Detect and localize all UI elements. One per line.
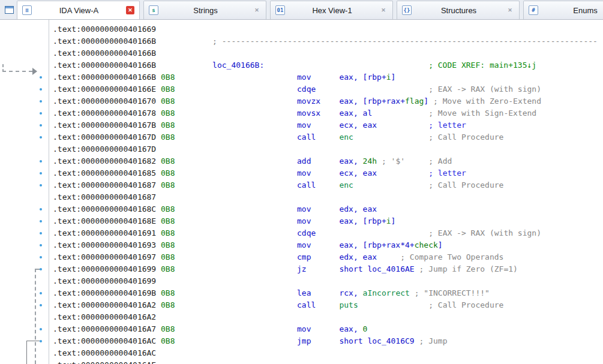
code-segment: aIncorrect <box>363 288 410 297</box>
disasm-line[interactable]: .text:0000000000401687 0B8 call enc ; Ca… <box>53 179 603 191</box>
disasm-line[interactable]: .text:0000000000401687 <box>53 191 603 203</box>
disasm-line[interactable]: .text:000000000040168C 0B8 mov edx, eax <box>53 203 603 215</box>
code-segment <box>410 288 415 297</box>
code-segment: 0B8 <box>161 121 175 130</box>
disasm-line[interactable]: .text:000000000040167D <box>53 143 603 155</box>
jump-arrow-gutter <box>0 20 49 364</box>
instruction-dot <box>40 76 42 79</box>
code-segment: call <box>297 300 316 309</box>
code-segment: .text:00000000004016AE <box>53 360 156 364</box>
code-segment <box>377 121 428 130</box>
code-segment: 0B8 <box>161 157 175 166</box>
code-segment: ; letter <box>428 121 466 130</box>
disasm-line[interactable]: .text:00000000004016AE ; ---------------… <box>53 359 603 364</box>
code-segment: 0B8 <box>161 240 175 249</box>
code-segment: ; Move with Zero-Extend <box>433 97 541 106</box>
code-segment <box>311 336 339 345</box>
instruction-dot <box>40 268 42 270</box>
disasm-line[interactable]: .text:000000000040166B loc_40166B: ; COD… <box>53 59 603 71</box>
tab-enums[interactable]: #Enums✕ <box>523 1 603 19</box>
disasm-line[interactable]: .text:00000000004016AC <box>53 347 603 359</box>
code-segment: .text:000000000040168E <box>53 216 156 225</box>
close-tab-icon[interactable]: ✕ <box>379 6 388 14</box>
code-segment <box>372 109 428 118</box>
code-segment: .text:000000000040168C <box>53 204 156 213</box>
code-segment: .text:0000000000401693 <box>53 240 156 249</box>
tab-label: Enums <box>542 6 603 15</box>
disasm-line[interactable]: .text:000000000040167D 0B8 call enc ; Ca… <box>53 131 603 143</box>
code-segment: add <box>297 157 311 166</box>
disasm-line[interactable]: .text:0000000000401678 0B8 movsx eax, al… <box>53 107 603 119</box>
disasm-line[interactable]: .text:0000000000401691 0B8 cdqe ; EAX ->… <box>53 227 603 239</box>
jmp-jump-arrow <box>26 341 27 364</box>
disasm-line[interactable]: .text:000000000040166B <box>53 47 603 59</box>
instruction-dot <box>40 328 42 330</box>
disasm-line[interactable]: .text:0000000000401697 0B8 cmp edx, eax … <box>53 251 603 263</box>
disassembly-listing[interactable]: .text:0000000000401669.text:000000000040… <box>49 20 603 364</box>
code-segment <box>175 252 298 261</box>
tab-ida-view-a[interactable]: ≡IDA View-A✕ <box>17 1 140 19</box>
code-segment: ; Move with Sign-Extend <box>428 109 536 118</box>
tab-structures[interactable]: {}Structures✕ <box>397 1 520 19</box>
code-segment <box>175 169 298 178</box>
disasm-line[interactable]: .text:000000000040166E 0B8 cdqe ; EAX ->… <box>53 83 603 95</box>
disasm-line[interactable]: .text:0000000000401669 <box>53 23 603 35</box>
tab-label: Strings <box>162 6 249 15</box>
disasm-line[interactable]: .text:000000000040167B 0B8 mov ecx, eax … <box>53 119 603 131</box>
mini-window-icon <box>5 6 14 14</box>
code-segment: ecx, eax <box>339 121 377 130</box>
disasm-line[interactable]: .text:0000000000401670 0B8 movzx eax, [r… <box>53 95 603 107</box>
disasm-line[interactable]: .text:000000000040169B 0B8 lea rcx, aInc… <box>53 287 603 299</box>
code-segment <box>377 252 400 261</box>
code-segment: ; Add <box>428 157 452 166</box>
code-segment: .text:0000000000401687 <box>53 192 156 201</box>
code-segment <box>311 169 339 178</box>
code-segment: cmp <box>297 252 311 261</box>
code-segment: mov <box>297 240 311 249</box>
code-segment: cdqe <box>297 85 316 94</box>
code-segment <box>316 85 428 94</box>
code-segment: mov <box>297 121 311 130</box>
tab-hex-view-1[interactable]: 01Hex View-1✕ <box>270 1 393 19</box>
disasm-line[interactable]: .text:00000000004016A2 <box>53 311 603 323</box>
code-segment <box>156 252 161 261</box>
disasm-line[interactable]: .text:000000000040168E 0B8 mov eax, [rbp… <box>53 215 603 227</box>
disasm-line[interactable]: .text:0000000000401682 0B8 add eax, 24h … <box>53 155 603 167</box>
disasm-line[interactable]: .text:00000000004016AC 0B8 jmp short loc… <box>53 335 603 347</box>
code-segment: ; Call Procedure <box>428 300 503 309</box>
code-segment: ; Compare Two Operands <box>400 252 503 261</box>
hex-icon: 01 <box>275 5 285 15</box>
disasm-line[interactable]: .text:0000000000401685 0B8 mov ecx, eax … <box>53 167 603 179</box>
close-tab-icon[interactable]: ✕ <box>126 6 134 14</box>
disasm-line[interactable]: .text:0000000000401693 0B8 mov eax, [rbp… <box>53 239 603 251</box>
instruction-dot <box>40 88 42 91</box>
code-segment: eax, [rbp+ <box>339 216 386 225</box>
code-segment <box>175 109 298 118</box>
instruction-dot <box>40 220 42 222</box>
code-segment: eax, [rbp+rax+ <box>339 97 405 106</box>
disasm-line[interactable]: .text:0000000000401699 <box>53 275 603 287</box>
code-segment: .text:0000000000401682 <box>53 157 156 166</box>
code-segment: jmp <box>297 336 311 345</box>
code-segment <box>316 133 339 142</box>
code-segment <box>311 73 339 82</box>
disasm-line[interactable]: .text:00000000004016A2 0B8 call puts ; C… <box>53 299 603 311</box>
code-segment: enc <box>339 133 353 142</box>
disasm-line[interactable]: .text:000000000040166B ; ---------------… <box>53 35 603 47</box>
code-segment: ; letter <box>428 169 466 178</box>
code-segment: movzx <box>297 97 320 106</box>
instruction-dot <box>40 292 42 294</box>
disasm-line[interactable]: .text:000000000040166B 0B8 mov eax, [rbp… <box>53 71 603 83</box>
disasm-line[interactable]: .text:00000000004016A7 0B8 mov eax, 0 <box>53 323 603 335</box>
disasm-line[interactable]: .text:0000000000401699 0B8 jz short loc_… <box>53 263 603 275</box>
ida-window: ≡IDA View-A✕sStrings✕01Hex View-1✕{}Stru… <box>0 0 603 364</box>
code-segment: .text:00000000004016AC <box>53 348 156 357</box>
code-segment <box>353 133 428 142</box>
close-tab-icon[interactable]: ✕ <box>506 6 514 14</box>
instruction-dot <box>40 232 42 234</box>
close-tab-icon[interactable]: ✕ <box>253 6 261 14</box>
instruction-dot <box>40 136 42 139</box>
window-list-icon[interactable] <box>1 0 17 19</box>
tab-strings[interactable]: sStrings✕ <box>143 1 266 19</box>
code-segment: mov <box>297 324 311 333</box>
